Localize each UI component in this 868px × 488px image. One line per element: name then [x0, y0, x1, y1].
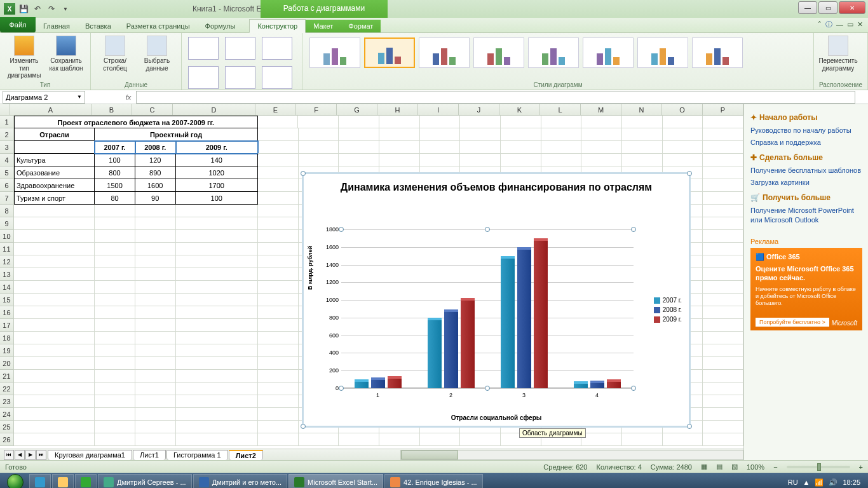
- cell[interactable]: [14, 395, 95, 408]
- name-box[interactable]: Диаграмма 2 ▼: [3, 91, 85, 104]
- save-as-template-button[interactable]: Сохранить как шаблон: [47, 36, 85, 72]
- chart-layout-thumb[interactable]: [188, 37, 219, 60]
- chart-bar[interactable]: [388, 376, 402, 388]
- cell[interactable]: [258, 332, 299, 344]
- cell[interactable]: [176, 421, 258, 433]
- cell[interactable]: [339, 154, 379, 166]
- cell[interactable]: [176, 357, 258, 370]
- column-header[interactable]: A: [10, 104, 92, 115]
- cell[interactable]: [135, 344, 176, 357]
- cell[interactable]: [14, 141, 95, 154]
- switch-row-column-button[interactable]: Строка/столбец: [96, 36, 134, 72]
- chart-y-axis-label[interactable]: В млрд. рублей: [307, 246, 313, 290]
- cell[interactable]: [258, 344, 299, 357]
- change-chart-type-button[interactable]: Изменить тип диаграммы: [5, 36, 43, 79]
- cell[interactable]: [14, 421, 95, 433]
- window-restore-inner-icon[interactable]: ▭: [847, 20, 853, 29]
- cell[interactable]: [176, 383, 258, 395]
- cell[interactable]: [703, 166, 743, 179]
- tray-network-icon[interactable]: 📶: [815, 478, 824, 487]
- row-header[interactable]: 25: [0, 421, 14, 433]
- cell[interactable]: [379, 116, 420, 128]
- cell[interactable]: [135, 255, 176, 268]
- cell[interactable]: [299, 128, 339, 141]
- chart-layout-thumb[interactable]: [262, 37, 292, 60]
- taskbar-app[interactable]: Microsoft Excel Start...: [288, 474, 383, 488]
- cell[interactable]: [703, 205, 743, 217]
- chart-style-thumb[interactable]: [419, 37, 470, 68]
- column-header[interactable]: O: [662, 104, 703, 115]
- cell[interactable]: [298, 116, 339, 128]
- column-header[interactable]: F: [296, 104, 337, 115]
- cell[interactable]: [135, 383, 176, 395]
- cell[interactable]: [622, 433, 663, 446]
- cell[interactable]: 80: [95, 192, 135, 205]
- cell[interactable]: 1500: [95, 179, 135, 192]
- cell[interactable]: Отрасли: [14, 128, 95, 141]
- resize-handle[interactable]: [631, 227, 636, 232]
- cell[interactable]: [703, 179, 743, 192]
- cell[interactable]: [258, 179, 299, 192]
- cell[interactable]: Культура: [14, 154, 95, 166]
- column-header[interactable]: N: [621, 104, 662, 115]
- cell[interactable]: [135, 357, 176, 370]
- cell[interactable]: [135, 230, 176, 243]
- cell[interactable]: [95, 294, 135, 306]
- row-header[interactable]: 4: [0, 154, 14, 166]
- cell[interactable]: [258, 255, 299, 268]
- cell[interactable]: [95, 230, 135, 243]
- tray-clock[interactable]: 18:25: [843, 478, 860, 486]
- cell[interactable]: 100: [176, 192, 258, 205]
- tab-insert[interactable]: Вставка: [78, 20, 119, 32]
- chart-x-axis-label[interactable]: Отрасли социальной сферы: [451, 414, 542, 421]
- cell[interactable]: [14, 408, 95, 421]
- cell[interactable]: Здравоохранение: [14, 179, 95, 192]
- cell[interactable]: [501, 141, 541, 154]
- chart-bar[interactable]: [371, 377, 385, 388]
- cell[interactable]: [622, 128, 663, 141]
- file-tab[interactable]: Файл: [0, 17, 36, 32]
- column-header[interactable]: P: [703, 104, 743, 115]
- row-header[interactable]: 20: [0, 357, 14, 370]
- cell[interactable]: [703, 383, 743, 395]
- column-header[interactable]: D: [173, 104, 255, 115]
- cell[interactable]: Туризм и спорт: [14, 192, 95, 205]
- cell[interactable]: [95, 243, 135, 255]
- cell[interactable]: [14, 217, 95, 230]
- cell[interactable]: [501, 116, 541, 128]
- cell[interactable]: [135, 268, 176, 281]
- sheet-tab[interactable]: Лист1: [133, 450, 166, 460]
- row-header[interactable]: 5: [0, 166, 14, 179]
- row-header[interactable]: 12: [0, 255, 14, 268]
- chart-bar[interactable]: [501, 256, 515, 388]
- cell[interactable]: [95, 357, 135, 370]
- cell[interactable]: [95, 370, 135, 383]
- cell[interactable]: [703, 344, 743, 357]
- row-header[interactable]: 9: [0, 217, 14, 230]
- resize-handle[interactable]: [631, 386, 636, 391]
- chart-style-thumb[interactable]: [473, 37, 524, 68]
- cell[interactable]: [14, 268, 95, 281]
- cell[interactable]: [339, 141, 379, 154]
- row-header[interactable]: 8: [0, 205, 14, 217]
- cell[interactable]: [703, 230, 743, 243]
- cell[interactable]: [176, 408, 258, 421]
- row-header[interactable]: 2: [0, 128, 14, 141]
- cell[interactable]: [176, 332, 258, 344]
- column-header[interactable]: C: [132, 104, 173, 115]
- cell[interactable]: [703, 408, 743, 421]
- legend-item[interactable]: 2007 г.: [654, 297, 682, 304]
- cell[interactable]: Образование: [14, 166, 95, 179]
- cell[interactable]: [258, 306, 299, 319]
- row-header[interactable]: 13: [0, 268, 14, 281]
- row-header[interactable]: 3: [0, 141, 14, 154]
- tray-lang[interactable]: RU: [788, 478, 798, 486]
- chart-layout-thumb[interactable]: [225, 66, 255, 89]
- chevron-down-icon[interactable]: ▼: [77, 94, 82, 100]
- row-header[interactable]: 24: [0, 408, 14, 421]
- tray-volume-icon[interactable]: 🔊: [829, 478, 837, 487]
- cell[interactable]: [135, 243, 176, 255]
- column-header[interactable]: I: [418, 104, 459, 115]
- chart-style-thumb[interactable]: [528, 37, 579, 68]
- cell[interactable]: [258, 154, 299, 166]
